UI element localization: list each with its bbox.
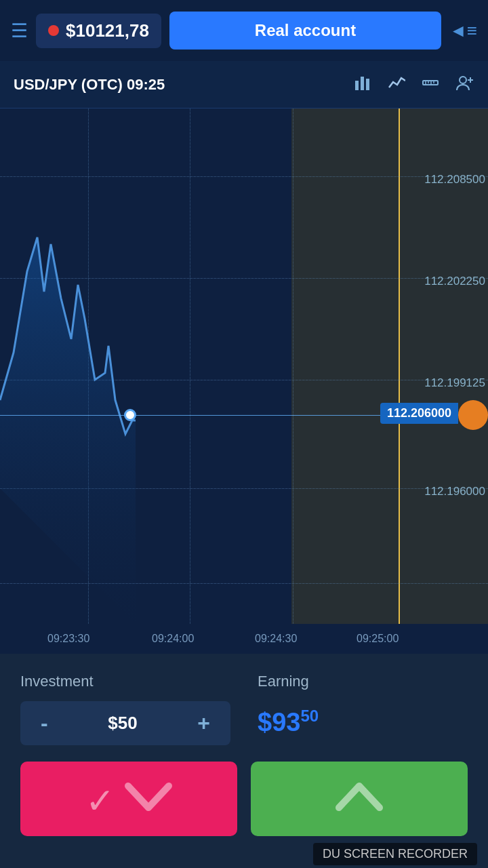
trade-buttons: ✓	[20, 762, 468, 836]
chart-svg	[0, 108, 488, 624]
svg-rect-2	[366, 79, 369, 90]
chart-area: 112.206000 112.208500 112.202250 112.199…	[0, 108, 488, 624]
current-price-badge: 112.206000	[380, 403, 458, 424]
svg-rect-0	[355, 81, 359, 90]
trade-up-button[interactable]	[251, 762, 468, 836]
balance-pill: $10121,78	[36, 14, 161, 48]
toolbar-icons	[354, 74, 474, 96]
price-label-4: 112.196000	[424, 485, 485, 498]
decrease-investment-button[interactable]: -	[31, 711, 58, 736]
trade-down-button[interactable]: ✓	[20, 762, 237, 836]
header: ☰ $10121,78 Real account ◄≡	[0, 0, 488, 61]
price-label-3: 112.199125	[424, 376, 485, 390]
svg-point-8	[460, 77, 466, 83]
bottom-row: Investment - $50 + Earning $9350	[20, 673, 468, 745]
price-label-2: 112.202250	[424, 275, 485, 288]
balance-text: $10121,78	[66, 20, 149, 41]
investment-control: - $50 +	[20, 701, 230, 745]
live-indicator-dot	[48, 25, 59, 36]
bar-chart-icon[interactable]	[354, 74, 371, 96]
earning-section: Earning $9350	[258, 673, 468, 745]
time-label-2: 09:24:00	[152, 633, 194, 645]
ruler-icon[interactable]	[422, 74, 439, 96]
hamburger-icon[interactable]: ☰	[11, 20, 28, 42]
investment-section: Investment - $50 +	[20, 673, 230, 745]
add-user-icon[interactable]	[455, 74, 474, 96]
line-chart-icon[interactable]	[388, 74, 405, 96]
investment-value: $50	[58, 713, 188, 734]
svg-rect-1	[361, 77, 364, 90]
chevron-down-icon: ✓	[85, 779, 172, 818]
pair-label: USD/JPY (OTC) 09:25	[14, 76, 354, 94]
bottom-panel: Investment - $50 + Earning $9350 ✓	[0, 654, 488, 868]
earning-value: $9350	[258, 701, 468, 743]
investment-label: Investment	[20, 673, 230, 690]
chart-toolbar: USD/JPY (OTC) 09:25	[0, 61, 488, 108]
chart-cursor-dot	[124, 409, 136, 421]
earning-cents: 50	[300, 707, 319, 725]
price-label-1: 112.208500	[424, 173, 485, 186]
earning-label: Earning	[258, 673, 468, 690]
watermark: DU SCREEN RECORDER	[313, 843, 477, 865]
side-menu-icon[interactable]: ◄≡	[449, 20, 477, 41]
earning-main: $93	[258, 708, 300, 736]
time-label-1: 09:23:30	[47, 633, 89, 645]
price-indicator-dot	[458, 400, 488, 430]
time-label-4: 09:25:00	[357, 633, 399, 645]
chevron-up-icon	[336, 779, 383, 818]
time-axis: 09:23:30 09:24:00 09:24:30 09:25:00	[0, 624, 488, 654]
real-account-button[interactable]: Real account	[169, 12, 441, 50]
time-label-3: 09:24:30	[255, 633, 297, 645]
increase-investment-button[interactable]: +	[188, 711, 220, 736]
